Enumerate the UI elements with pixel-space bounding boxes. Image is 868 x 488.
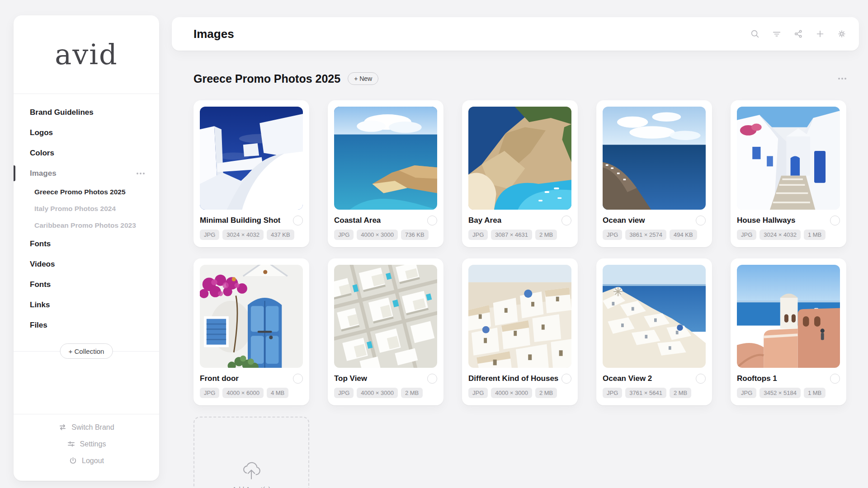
asset-format-badge: JPG	[737, 230, 756, 240]
asset-card[interactable]: Different Kind of Houses JPG 4000 × 3000…	[462, 258, 578, 405]
asset-title: Top View	[334, 374, 367, 383]
asset-title: Different Kind of Houses	[468, 374, 558, 383]
settings-sliders-icon	[67, 440, 75, 448]
asset-select-checkbox[interactable]	[427, 374, 437, 384]
asset-card[interactable]: Rooftops 1 JPG 3452 × 5184 1 MB	[731, 258, 846, 405]
asset-thumbnail[interactable]	[468, 265, 571, 368]
asset-card[interactable]: Ocean View 2 JPG 3761 × 5641 2 MB	[596, 258, 712, 405]
sidebar-collection-caribbean-2023[interactable]: Caribbean Promo Photos 2023	[14, 217, 159, 234]
sidebar: avid Brand Guidelines Logos Colors Image…	[14, 15, 159, 481]
asset-title: Ocean View 2	[603, 374, 652, 383]
asset-select-checkbox[interactable]	[561, 374, 571, 384]
gear-icon[interactable]	[836, 28, 847, 39]
sidebar-collection-greece-2025[interactable]: Greece Promo Photos 2025	[14, 183, 159, 200]
search-icon[interactable]	[750, 28, 760, 39]
collection-title: Greece Promo Photos 2025	[193, 72, 340, 85]
asset-select-checkbox[interactable]	[830, 216, 840, 225]
asset-thumbnail[interactable]	[737, 265, 840, 368]
logout-button[interactable]: Logout	[14, 452, 159, 469]
collection-header: Greece Promo Photos 2025 + New	[172, 70, 859, 87]
asset-card[interactable]: Coastal Area JPG 4000 × 3000 736 KB	[328, 100, 443, 247]
asset-size-badge: 4 MB	[267, 388, 288, 398]
switch-brand-icon	[58, 423, 67, 432]
asset-dimensions-badge: 3761 × 5641	[625, 388, 666, 398]
sidebar-item-logos[interactable]: Logos	[14, 122, 159, 143]
asset-card[interactable]: Front door JPG 4000 × 6000 4 MB	[193, 258, 309, 405]
settings-button[interactable]: Settings	[14, 436, 159, 452]
asset-title: Rooftops 1	[737, 374, 777, 383]
asset-size-badge: 1 MB	[804, 388, 826, 398]
asset-thumbnail[interactable]	[200, 107, 303, 210]
add-assets-dropzone[interactable]: Add Asset(s)	[193, 417, 309, 488]
sidebar-item-fonts-2[interactable]: Fonts	[14, 274, 159, 295]
asset-card[interactable]: Top View JPG 4000 × 3000 2 MB	[328, 258, 443, 405]
asset-card[interactable]: Ocean view JPG 3861 × 2574 494 KB	[596, 100, 712, 247]
asset-size-badge: 2 MB	[670, 388, 691, 398]
asset-size-badge: 494 KB	[670, 230, 697, 240]
asset-format-badge: JPG	[737, 388, 756, 398]
asset-size-badge: 437 KB	[267, 230, 294, 240]
asset-dimensions-badge: 4000 × 3000	[491, 388, 532, 398]
brand-logo-area: avid	[14, 15, 159, 94]
asset-select-checkbox[interactable]	[293, 216, 303, 225]
sidebar-collection-italy-2024[interactable]: Italy Promo Photos 2024	[14, 200, 159, 217]
asset-thumbnail[interactable]	[334, 107, 437, 210]
new-asset-button[interactable]: + New	[348, 72, 378, 85]
asset-dimensions-badge: 4000 × 3000	[357, 230, 398, 240]
asset-dimensions-badge: 3452 × 5184	[760, 388, 801, 398]
asset-thumbnail[interactable]	[334, 265, 437, 368]
sidebar-item-files[interactable]: Files	[14, 315, 159, 335]
add-icon[interactable]	[815, 28, 826, 39]
asset-title: Front door	[200, 374, 239, 383]
asset-select-checkbox[interactable]	[293, 374, 303, 384]
sidebar-item-images[interactable]: Images	[14, 163, 159, 183]
asset-format-badge: JPG	[468, 230, 488, 240]
asset-format-badge: JPG	[200, 230, 219, 240]
asset-dimensions-badge: 4000 × 3000	[357, 388, 398, 398]
filter-icon[interactable]	[771, 28, 782, 39]
page-title: Images	[193, 27, 234, 41]
asset-select-checkbox[interactable]	[561, 216, 571, 225]
switch-brand-button[interactable]: Switch Brand	[14, 419, 159, 436]
asset-size-badge: 2 MB	[401, 388, 423, 398]
sidebar-item-colors[interactable]: Colors	[14, 143, 159, 163]
asset-grid: Minimal Building Shot JPG 3024 × 4032 43…	[172, 100, 859, 488]
asset-thumbnail[interactable]	[603, 265, 706, 368]
asset-title: Ocean view	[603, 216, 645, 225]
header-actions	[750, 28, 847, 39]
asset-dimensions-badge: 3861 × 2574	[625, 230, 666, 240]
asset-title: Minimal Building Shot	[200, 216, 280, 225]
asset-size-badge: 2 MB	[535, 230, 557, 240]
sidebar-item-links[interactable]: Links	[14, 295, 159, 315]
asset-dimensions-badge: 3087 × 4631	[491, 230, 532, 240]
asset-card[interactable]: Bay Area JPG 3087 × 4631 2 MB	[462, 100, 578, 247]
brand-logo: avid	[55, 38, 118, 71]
asset-size-badge: 736 KB	[401, 230, 429, 240]
collection-more-options-icon[interactable]	[838, 78, 846, 80]
asset-card[interactable]: House Hallways JPG 3024 × 4032 1 MB	[731, 100, 846, 247]
asset-card[interactable]: Minimal Building Shot JPG 3024 × 4032 43…	[193, 100, 309, 247]
asset-thumbnail[interactable]	[468, 107, 571, 210]
asset-format-badge: JPG	[334, 230, 354, 240]
asset-format-badge: JPG	[603, 388, 622, 398]
asset-thumbnail[interactable]	[200, 265, 303, 368]
asset-title: Coastal Area	[334, 216, 381, 225]
power-icon	[69, 456, 77, 465]
asset-select-checkbox[interactable]	[830, 374, 840, 384]
share-icon[interactable]	[793, 28, 804, 39]
page-header: Images	[172, 17, 859, 51]
active-indicator-bar	[14, 165, 15, 181]
asset-thumbnail[interactable]	[737, 107, 840, 210]
asset-select-checkbox[interactable]	[427, 216, 437, 225]
cloud-upload-icon	[241, 461, 262, 480]
sidebar-item-fonts[interactable]: Fonts	[14, 234, 159, 254]
main-content: Images Greece Promo Photos 2025 + New	[172, 0, 859, 488]
sidebar-item-videos[interactable]: Videos	[14, 254, 159, 274]
asset-thumbnail[interactable]	[603, 107, 706, 210]
add-collection-button[interactable]: + Collection	[60, 343, 113, 359]
asset-select-checkbox[interactable]	[696, 374, 706, 384]
asset-select-checkbox[interactable]	[696, 216, 706, 225]
sidebar-item-brand-guidelines[interactable]: Brand Guidelines	[14, 102, 159, 122]
asset-format-badge: JPG	[468, 388, 488, 398]
more-options-icon[interactable]	[137, 173, 145, 174]
